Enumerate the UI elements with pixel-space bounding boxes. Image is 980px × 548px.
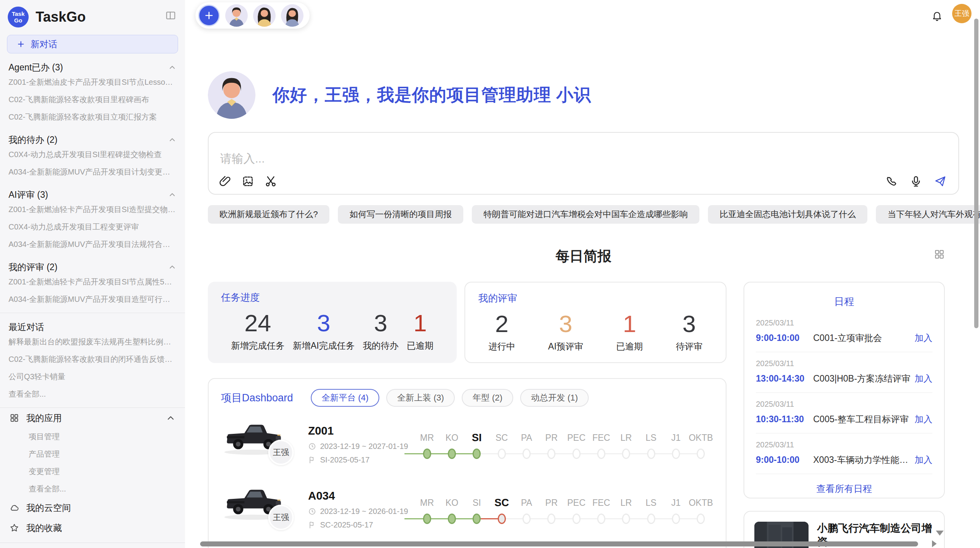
milestone: LS [639, 431, 663, 459]
new-chat-button[interactable]: 新对话 [7, 35, 178, 53]
user-avatar[interactable]: 王强 [952, 4, 971, 23]
screenshot-scissors-icon[interactable] [264, 175, 277, 188]
chevron-up-icon [168, 135, 176, 144]
event-name: X003-车辆动力学性能验... [813, 454, 915, 466]
suggestion-chip[interactable]: 特朗普可能对进口汽车增税会对中国车企造成哪些影响 [472, 205, 699, 224]
sidebar-task-item[interactable]: C0X4-动力总成开发项目SI里程碑提交物检查 [6, 146, 179, 163]
view-all-apps[interactable]: 查看全部... [6, 480, 179, 498]
milestone-dot [672, 514, 680, 524]
milestone-label: PA [514, 431, 539, 445]
flag-icon [308, 521, 316, 529]
dashboard-title: 项目Dashboard [221, 391, 293, 405]
app-item[interactable]: 产品管理 [6, 445, 179, 463]
dashboard-tab[interactable]: 年型 (2) [462, 389, 513, 407]
voice-call-icon[interactable] [885, 175, 898, 188]
collapse-sidebar-icon[interactable] [165, 10, 176, 21]
milestone-label: J1 [663, 431, 688, 445]
stat-cards: 任务进度24新增完成任务3新增AI完成任务3我的待办1已逾期我的评审2进行中3A… [208, 282, 726, 363]
sidebar-item-star[interactable]: 我的收藏 [6, 518, 179, 538]
sidebar-section-title: Agent已办 (3) [9, 62, 63, 74]
attach-file-icon[interactable] [219, 175, 231, 188]
sidebar-task-item[interactable]: C02-飞腾新能源轻客改款项目里程碑画布 [6, 91, 179, 108]
sidebar-task-item[interactable]: Z001-全新燃油轻卡产品开发项目SI节点属性5D文件评审 [6, 273, 179, 291]
event-name: C003|H0B-方案冻结评审 [813, 373, 915, 385]
project-row[interactable]: 王强A0342023-12-19 ~ 2026-01-19SC-2025-05-… [221, 482, 713, 537]
stat: 1已逾期 [407, 309, 433, 352]
session-avatar[interactable] [225, 4, 248, 27]
plus-icon [204, 10, 214, 21]
sidebar-task-item[interactable]: A034-全新新能源MUV产品开发项目法规符合性评审 [6, 236, 179, 253]
vertical-scrollbar[interactable] [974, 19, 978, 328]
layout-grid-icon[interactable] [934, 248, 945, 260]
stat-value: 1 [616, 310, 643, 337]
sidebar-task-item[interactable]: Z001-全新燃油轻卡产品开发项目SI造型提交物评审 [6, 201, 179, 218]
view-all-schedule[interactable]: 查看所有日程 [756, 483, 932, 495]
sidebar-tool[interactable]: AI超级员工 [6, 543, 179, 548]
session-avatar[interactable] [253, 4, 276, 27]
attach-image-icon[interactable] [242, 175, 254, 188]
scroll-right-arrow-icon[interactable] [932, 540, 937, 547]
send-icon[interactable] [934, 175, 947, 188]
stat: 1已逾期 [616, 310, 643, 353]
milestone-label: PA [514, 496, 539, 510]
app-item[interactable]: 变更管理 [6, 463, 179, 480]
sidebar-task-item[interactable]: A034-全新新能源MUV产品开发项目造型可行性评审 [6, 291, 179, 308]
sidebar-task-item[interactable]: C02-飞腾新能源轻客改款项目立项汇报方案 [6, 108, 179, 126]
app-item[interactable]: 项目管理 [6, 428, 179, 445]
project-row[interactable]: 王强Z0012023-12-19 ~ 2027-01-19SI-2025-05-… [221, 417, 713, 472]
milestone-dot [647, 449, 655, 459]
sidebar-task-item[interactable]: C0X4-动力总成开发项目工程变更评审 [6, 218, 179, 236]
new-session-button[interactable] [198, 5, 220, 26]
stat-value: 2 [488, 310, 515, 337]
schedule-title: 日程 [756, 295, 932, 308]
join-button[interactable]: 加入 [915, 413, 932, 425]
recent-chat-item[interactable]: 公司Q3轻卡销量 [6, 368, 179, 385]
horizontal-scrollbar[interactable] [200, 541, 918, 546]
stat-label: 新增完成任务 [231, 340, 284, 352]
recent-chats-list: 解释最新出台的欧盟报废车法规再生塑料比例被调至15%...C02-飞腾新能源轻客… [6, 333, 179, 385]
stat-card-title: 任务进度 [221, 291, 444, 304]
star-icon [9, 523, 19, 533]
sidebar-item-cloud[interactable]: 我的云空间 [6, 498, 179, 518]
join-button[interactable]: 加入 [915, 373, 932, 385]
project-name: Z001 [308, 425, 415, 437]
milestone-dot [547, 449, 555, 459]
composer-input[interactable] [220, 152, 762, 165]
dashboard-tab[interactable]: 动总开发 (1) [520, 389, 589, 407]
my-apps-label: 我的应用 [26, 412, 62, 424]
milestone-dot [448, 449, 456, 459]
milestone: J1 [663, 431, 688, 459]
storage-list: 我的云空间我的收藏 [6, 498, 179, 538]
sidebar-section-header[interactable]: AI评审 (3) [6, 188, 179, 201]
sidebar-task-item[interactable]: Z001-全新燃油皮卡产品开发项目SI节点Lesson Learn报告 [6, 74, 179, 91]
cloud-icon [9, 503, 19, 513]
recent-chat-item[interactable]: 解释最新出台的欧盟报废车法规再生塑料比例被调至15%... [6, 333, 179, 351]
sidebar-section-header[interactable]: 我的待办 (2) [6, 134, 179, 146]
session-avatar[interactable] [281, 4, 303, 27]
join-button[interactable]: 加入 [915, 332, 932, 344]
divider [0, 313, 185, 313]
clock-icon [308, 442, 316, 450]
suggestion-chip[interactable]: 如何写一份清晰的项目周报 [338, 205, 463, 224]
sidebar-item-my-apps[interactable]: 我的应用 [6, 408, 179, 428]
dashboard-tab[interactable]: 全新平台 (4) [311, 389, 379, 407]
view-all-chats[interactable]: 查看全部... [6, 385, 179, 403]
join-button[interactable]: 加入 [915, 454, 932, 466]
scroll-down-arrow-icon[interactable] [936, 531, 944, 536]
recent-chat-item[interactable]: C02-飞腾新能源轻客改款项目的闭环通告反馈情况 [6, 351, 179, 368]
notifications-bell-icon[interactable] [931, 10, 943, 22]
milestone-dot [622, 449, 630, 459]
event-row: 9:00-10:00C001-立项审批会加入 [756, 332, 932, 344]
milestone: PA [514, 496, 539, 524]
suggestion-chip[interactable]: 欧洲新规最近颁布了什么? [208, 205, 329, 224]
sidebar-task-item[interactable]: A034-全新新能源MUV产品开发项目计划变更表编写 [6, 163, 179, 181]
stat-list: 2进行中3AI预评审1已逾期3待评审 [478, 310, 713, 353]
sidebar-section-header[interactable]: Agent已办 (3) [6, 61, 179, 74]
stat-value: 3 [548, 310, 583, 337]
suggestion-chip[interactable]: 当下年轻人对汽车外观有怎样的喜好趋势 [876, 205, 980, 224]
suggestion-chip[interactable]: 比亚迪全固态电池计划具体说了什么 [708, 205, 867, 224]
stat: 3AI预评审 [548, 310, 583, 353]
sidebar-section-header[interactable]: 我的评审 (2) [6, 261, 179, 273]
microphone-icon[interactable] [910, 175, 922, 188]
dashboard-tab[interactable]: 全新上装 (3) [386, 389, 455, 407]
